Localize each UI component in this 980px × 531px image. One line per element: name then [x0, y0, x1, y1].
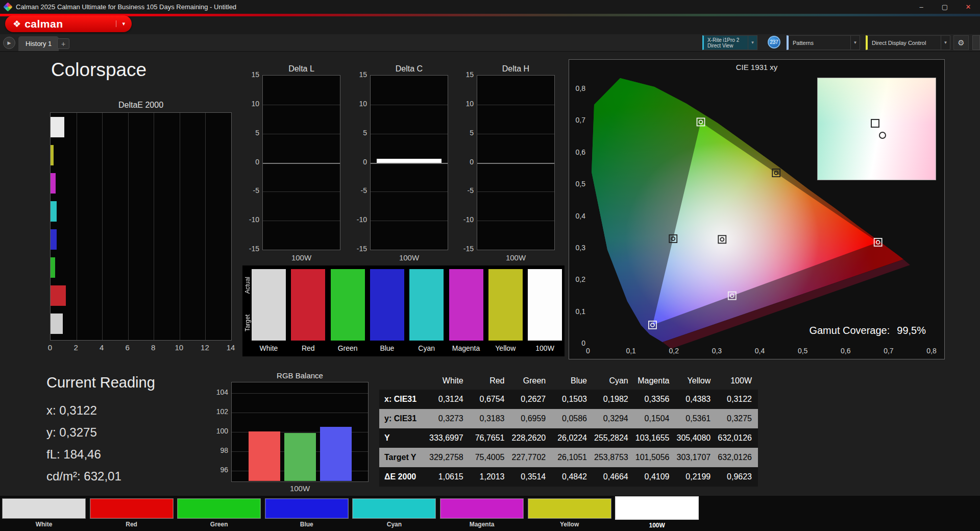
main-content: Colorspace DeltaE 2000 02468101214 Actua…: [0, 0, 980, 531]
deltae-bar-100w: [51, 313, 63, 334]
pattern-button-100w[interactable]: 100W: [615, 496, 699, 529]
cie-x-tick: 0,5: [794, 347, 812, 355]
delta-delta-c-chart: [370, 75, 448, 250]
table-cell: 227,7702: [511, 448, 552, 467]
panel-edge-button[interactable]: [972, 35, 980, 50]
gridline: [371, 105, 448, 105]
minimize-button[interactable]: –: [910, 0, 933, 14]
axis-label: -5: [243, 186, 259, 195]
gridline: [263, 163, 340, 164]
table-cell: 76,7651: [470, 428, 511, 448]
swatch-label: Magenta: [449, 344, 483, 352]
cie-x-tick: 0,6: [837, 347, 854, 355]
calman-app: Calman 2025 Calman Ultimate for Business…: [0, 0, 980, 531]
pattern-bar: WhiteRedGreenBlueCyanMagentaYellow100W ▲…: [0, 496, 980, 531]
pattern-button-green[interactable]: Green: [177, 498, 261, 528]
axis-label: -10: [457, 215, 474, 224]
axis-label: -10: [351, 215, 367, 224]
cie-y-tick: 0,1: [571, 307, 585, 316]
axis-label: 15: [351, 70, 367, 79]
axis-label: -15: [351, 245, 367, 253]
deltae-axis-label: 6: [119, 343, 136, 352]
meter-count-badge[interactable]: 237: [768, 36, 780, 49]
delta-delta-h-chart: [477, 75, 555, 250]
cie-x-tick: 0: [579, 347, 597, 355]
axis-label: -10: [243, 215, 259, 224]
table-corner: [379, 372, 428, 390]
pattern-swatch: [2, 498, 86, 519]
table-cell: 1,2013: [470, 467, 511, 487]
pattern-button-blue[interactable]: Blue: [265, 498, 349, 528]
table-cell: 0,1504: [634, 409, 676, 428]
chevron-down-icon: ▼: [941, 36, 950, 50]
deltae-chart-title: DeltaE 2000: [50, 101, 232, 110]
cie-x-tick: 0,1: [622, 347, 640, 355]
deltae-axis-label: 8: [144, 343, 162, 352]
table-row-y-cie31: y: CIE310,32730,31830,69590,05860,32940,…: [379, 409, 758, 428]
tab-history-1[interactable]: History 1: [18, 36, 59, 51]
cie-y-tick: 0,7: [571, 116, 585, 124]
table-column-header: Green: [511, 372, 552, 390]
layout-expander-button[interactable]: ▶: [3, 37, 15, 49]
table-column-header: 100W: [717, 372, 758, 390]
cie-y-tick: 0: [571, 339, 585, 347]
whitepoint-inset: [817, 78, 936, 180]
cie-y-tick: 0,4: [571, 212, 585, 220]
results-table: WhiteRedGreenBlueCyanMagentaYellow100Wx:…: [379, 372, 758, 487]
patterns-dropdown[interactable]: Patterns ▼: [787, 35, 860, 50]
display-control-dropdown[interactable]: Direct Display Control ▼: [866, 35, 950, 50]
deltae-gridline: [128, 113, 129, 340]
titlebar: Calman 2025 Calman Ultimate for Business…: [0, 0, 980, 14]
table-cell: 1,0615: [428, 467, 470, 487]
pattern-button-cyan[interactable]: Cyan: [352, 498, 436, 528]
table-header-row: WhiteRedGreenBlueCyanMagentaYellow100W: [379, 372, 758, 390]
row-label: Y: [379, 428, 428, 448]
inset-measured-marker-icon: [879, 132, 886, 139]
gridline: [477, 191, 554, 192]
table-column-header: Cyan: [593, 372, 634, 390]
add-tab-button[interactable]: +: [57, 38, 69, 49]
maximize-button[interactable]: ▢: [933, 0, 957, 14]
table-row-y: Y333,699776,7651228,262026,0224255,28241…: [379, 428, 758, 448]
row-label: Target Y: [379, 448, 428, 467]
pattern-button-white[interactable]: White: [2, 498, 86, 528]
pattern-button-magenta[interactable]: Magenta: [440, 498, 524, 528]
rgb-bar-blue: [320, 427, 352, 481]
axis-label: 15: [457, 70, 474, 79]
table-row-target-y: Target Y329,275875,4005227,770226,105125…: [379, 448, 758, 467]
rgb-bar-green: [284, 433, 316, 481]
close-button[interactable]: ✕: [957, 0, 980, 14]
pattern-button-red[interactable]: Red: [90, 498, 174, 528]
axis-label: 10: [243, 100, 259, 108]
swatch-column-cyan: Cyan: [409, 269, 444, 352]
meter-text: X-Rite i1Pro 2 Direct View: [704, 37, 739, 49]
delta-delta-h-x-label: 100W: [477, 253, 555, 262]
gridline: [477, 221, 554, 221]
cie-y-tick: 0,2: [571, 275, 585, 283]
cie-y-tick: 0,6: [571, 148, 585, 156]
meter-dropdown[interactable]: X-Rite i1Pro 2 Direct View ▼: [702, 35, 757, 50]
table-cell: 0,6754: [470, 390, 511, 409]
axis-label: 15: [243, 70, 259, 79]
delta-delta-l-chart: [262, 75, 340, 250]
deltae-bar-yellow: [51, 145, 54, 165]
gridline: [263, 134, 340, 134]
deltae-bar-white: [51, 117, 64, 137]
swatch-label: Green: [331, 344, 365, 352]
swatch-white: [252, 269, 286, 341]
table-cell: 0,1982: [593, 390, 634, 409]
display-control-label: Direct Display Control: [872, 40, 926, 46]
table-cell: 0,4383: [676, 390, 717, 409]
pattern-button-yellow[interactable]: Yellow: [528, 498, 611, 528]
table-cell: 0,6959: [511, 409, 552, 428]
row-label: y: CIE31: [379, 409, 428, 428]
swatch-column-red: Red: [291, 269, 325, 352]
window-title: Calman 2025 Calman Ultimate for Business…: [16, 3, 236, 11]
axis-label: -5: [457, 186, 474, 195]
deltae-bar-green: [51, 257, 55, 278]
swatch-100w: [528, 269, 562, 341]
deltae-gridline: [205, 113, 206, 340]
deltae-bar-red: [51, 285, 66, 306]
settings-button[interactable]: ⚙: [953, 35, 969, 50]
patterns-label: Patterns: [793, 40, 814, 46]
